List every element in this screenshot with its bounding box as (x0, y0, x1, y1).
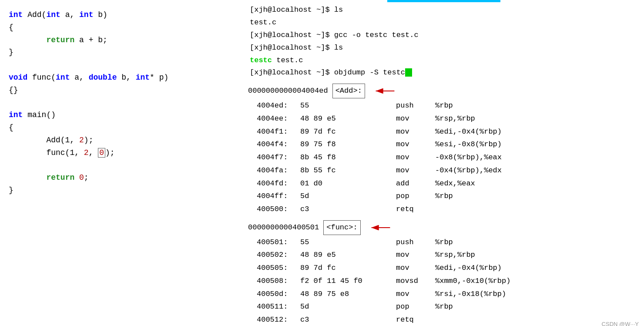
top-accent-bar (387, 0, 500, 2)
terminal-line-3: [xjh@localhost ~]$ gcc -o testc test.c (250, 29, 640, 42)
asm-row: 4004f7: 8b 45 f8 mov -0x8(%rbp),%eax (257, 151, 640, 164)
blank-line-3 (9, 159, 235, 172)
asm-add-label-row: 0000000000004004ed <Add>: (248, 84, 640, 98)
asm-add-rows: 4004ed: 55 push %rbp 4004ee: 48 89 e5 mo… (248, 99, 640, 216)
terminal-asm-panel: [xjh@localhost ~]$ ls test.c [xjh@localh… (244, 0, 644, 326)
asm-row: 40050d: 48 89 75 e8 mov %rsi,-0x18(%rbp) (257, 288, 640, 301)
asm-row: 400512: c3 retq (257, 313, 640, 326)
code-line-return0: return 0; (9, 171, 235, 184)
asm-row: 4004ff: 5d pop %rbp (257, 190, 640, 203)
asm-func-long-addr: 0000000000400501 (248, 221, 319, 234)
code-line-func-call: func(1, 2, 0); (9, 147, 235, 159)
red-arrow-func (368, 222, 394, 233)
asm-row: 400508: f2 0f 11 45 f0 movsd %xmm0,-0x10… (257, 275, 640, 288)
red-arrow-add (372, 85, 398, 97)
asm-row: 400501: 55 push %rbp (257, 236, 640, 249)
asm-row: 400500: c3 retq (257, 203, 640, 216)
code-line-func-body: {} (9, 84, 235, 97)
code-panel: int Add(int a, int b) { return a + b; } … (0, 0, 244, 326)
code-line-add-sig: int Add(int a, int b) (9, 9, 235, 21)
asm-row: 4004fd: 01 d0 add %edx,%eax (257, 177, 640, 190)
terminal-output: [xjh@localhost ~]$ ls test.c [xjh@localh… (248, 4, 640, 79)
terminal-line-6: [xjh@localhost ~]$ objdump -S testc (250, 67, 640, 79)
code-line-main-brace2: } (9, 184, 235, 197)
terminal-line-2: test.c (250, 17, 640, 29)
watermark: CSDN @W···Y (602, 321, 639, 326)
code-line-main-sig: int main() (9, 109, 235, 121)
code-line-brace1: { (9, 21, 235, 34)
asm-row: 4004f1: 89 7d fc mov %edi,-0x4(%rbp) (257, 125, 640, 138)
terminal-line-4: [xjh@localhost ~]$ ls (250, 42, 640, 54)
asm-add-label-box: <Add>: (332, 84, 365, 98)
code-line-func-sig: void func(int a, double b, int* p) (9, 71, 235, 84)
terminal-line-1: [xjh@localhost ~]$ ls (250, 4, 640, 17)
asm-row: 4004ee: 48 89 e5 mov %rsp,%rbp (257, 112, 640, 125)
code-line-return-ab: return a + b; (9, 34, 235, 47)
asm-func-section: 0000000000400501 <func>: 400501: 55 push (248, 220, 640, 326)
asm-add-long-addr: 0000000000004004ed (248, 84, 328, 97)
asm-add-section: 0000000000004004ed <Add>: 4004ed: 55 pus (248, 84, 640, 216)
asm-row: 4004fa: 8b 55 fc mov -0x4(%rbp),%edx (257, 164, 640, 177)
blank-line-1 (9, 59, 235, 71)
asm-func-rows: 400501: 55 push %rbp 400502: 48 89 e5 mo… (248, 236, 640, 326)
code-line-main-brace1: { (9, 121, 235, 134)
asm-row: 400505: 89 7d fc mov %edi,-0x4(%rbp) (257, 262, 640, 275)
blank-line-2 (9, 97, 235, 109)
code-line-brace2: } (9, 46, 235, 59)
asm-func-label-row: 0000000000400501 <func>: (248, 220, 640, 235)
asm-row: 400511: 5d pop %rbp (257, 300, 640, 313)
asm-func-label-box: <func>: (323, 220, 360, 235)
code-line-add-call: Add(1, 2); (9, 134, 235, 147)
terminal-line-5: testc test.c (250, 54, 640, 67)
asm-row: 4004f4: 89 75 f8 mov %esi,-0x8(%rbp) (257, 138, 640, 151)
asm-row: 4004ed: 55 push %rbp (257, 99, 640, 112)
asm-row: 400502: 48 89 e5 mov %rsp,%rbp (257, 249, 640, 262)
